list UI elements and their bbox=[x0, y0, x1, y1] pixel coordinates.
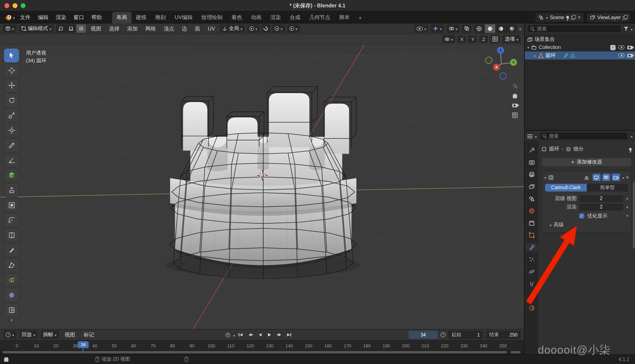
tab-object-data[interactable] bbox=[526, 291, 537, 301]
toggle-render[interactable] bbox=[612, 174, 620, 181]
menu-add[interactable]: 添加 bbox=[124, 25, 140, 32]
breadcrumb-modifier[interactable]: 细分 bbox=[574, 146, 584, 152]
menu-window[interactable]: 窗口 bbox=[70, 13, 88, 22]
tool-move[interactable] bbox=[4, 78, 19, 92]
outliner-search-input[interactable]: 搜索 bbox=[527, 25, 621, 33]
timeline-scrollbar[interactable] bbox=[0, 350, 524, 354]
mode-selector[interactable]: 编辑模式 bbox=[18, 24, 54, 33]
object-visibility-selector[interactable] bbox=[414, 24, 429, 33]
transform-orientation-selector[interactable]: 全局 bbox=[220, 24, 245, 33]
menu-uv[interactable]: UV bbox=[205, 26, 218, 32]
menu-vertex[interactable]: 顶点 bbox=[161, 25, 177, 32]
jump-to-end-button[interactable] bbox=[285, 331, 294, 339]
outliner-row-collection[interactable]: Collection bbox=[525, 43, 635, 52]
pivot-point-selector[interactable] bbox=[247, 24, 260, 33]
mirror-x-toggle[interactable]: X bbox=[457, 35, 466, 43]
editor-type-button[interactable] bbox=[3, 24, 16, 33]
toggle-realtime[interactable] bbox=[602, 174, 610, 181]
timeline-markers-menu[interactable]: 标记 bbox=[81, 331, 97, 338]
panel-expand-icon[interactable] bbox=[544, 174, 546, 180]
material-preview-button[interactable] bbox=[496, 24, 506, 33]
menu-mesh[interactable]: 网格 bbox=[142, 25, 159, 32]
workspace-tab-rendering[interactable]: 渲染 bbox=[266, 12, 285, 23]
xray-toggle[interactable] bbox=[462, 24, 472, 33]
perspective-toggle-icon[interactable] bbox=[512, 112, 518, 118]
solid-shading-button[interactable] bbox=[485, 24, 495, 33]
face-select-button[interactable] bbox=[76, 24, 86, 33]
play-reverse-button[interactable] bbox=[256, 331, 264, 339]
unlink-scene-icon[interactable] bbox=[578, 14, 581, 20]
hide-eye-icon[interactable] bbox=[618, 45, 624, 49]
workspace-tab-geometry-nodes[interactable]: 几何节点 bbox=[305, 12, 335, 23]
chevron-down-icon[interactable] bbox=[631, 133, 633, 139]
auto-keying-button[interactable] bbox=[224, 331, 232, 339]
tab-physics[interactable] bbox=[526, 267, 537, 276]
timeline-editor-type-button[interactable] bbox=[3, 330, 16, 339]
tab-scene[interactable] bbox=[526, 194, 537, 204]
workspace-tab-scripting[interactable]: 脚本 bbox=[335, 12, 354, 23]
snap-options-button[interactable] bbox=[490, 35, 500, 44]
properties-editor-icon[interactable] bbox=[527, 134, 532, 138]
tool-select-box[interactable] bbox=[4, 48, 19, 62]
tool-measure[interactable] bbox=[4, 154, 19, 167]
menu-render[interactable]: 渲染 bbox=[52, 13, 70, 22]
snap-toggle[interactable] bbox=[262, 24, 270, 33]
frame-end-field[interactable]: 结束250 bbox=[486, 330, 521, 339]
mirror-y-toggle[interactable]: Y bbox=[468, 35, 477, 43]
tool-options-dropdown[interactable]: 选项 bbox=[502, 35, 521, 44]
exclude-checkbox[interactable] bbox=[610, 45, 616, 50]
advanced-section-toggle[interactable]: 高级 bbox=[544, 220, 629, 229]
chevron-down-icon[interactable] bbox=[535, 133, 537, 139]
add-workspace-button[interactable]: + bbox=[354, 13, 366, 23]
proportional-edit-toggle[interactable] bbox=[287, 24, 300, 33]
shading-options-chevron[interactable] bbox=[519, 26, 521, 32]
hide-eye-icon[interactable] bbox=[618, 54, 624, 58]
snap-target-selector[interactable] bbox=[272, 24, 285, 33]
timeline-view-menu[interactable]: 视图 bbox=[62, 331, 78, 338]
current-frame-field[interactable]: 34 bbox=[409, 330, 438, 339]
mirror-selector[interactable] bbox=[442, 35, 456, 44]
workspace-tab-uv-editing[interactable]: UV编辑 bbox=[170, 12, 197, 23]
viewport-3d[interactable]: X Y Z 选项 bbox=[0, 34, 524, 329]
workspace-tab-compositing[interactable]: 合成 bbox=[285, 12, 305, 23]
tab-modifiers[interactable] bbox=[526, 242, 537, 252]
catmull-clark-tab[interactable]: Catmull-Clark bbox=[545, 184, 587, 192]
tool-annotate[interactable] bbox=[4, 138, 19, 152]
close-window-button[interactable] bbox=[4, 3, 9, 8]
workspace-tab-sculpting[interactable]: 雕刻 bbox=[151, 12, 170, 23]
tab-world[interactable] bbox=[526, 206, 537, 216]
zoom-view-icon[interactable] bbox=[512, 83, 518, 88]
zoom-window-button[interactable] bbox=[20, 3, 26, 8]
disable-render-icon[interactable] bbox=[627, 54, 632, 57]
toggle-edit-mode[interactable] bbox=[592, 174, 600, 181]
tool-transform[interactable] bbox=[4, 124, 19, 137]
menu-face[interactable]: 面 bbox=[192, 25, 203, 32]
playback-menu[interactable]: 回放 bbox=[19, 330, 38, 339]
scrollbar-zoom-handle[interactable] bbox=[510, 351, 521, 354]
menu-edge[interactable]: 边 bbox=[179, 25, 190, 32]
tool-knife[interactable] bbox=[4, 243, 19, 257]
workspace-tab-texture-paint[interactable]: 纹理绘制 bbox=[197, 12, 227, 23]
outliner-row-object[interactable]: 圆环 bbox=[525, 52, 635, 60]
menu-help[interactable]: 帮助 bbox=[88, 13, 106, 22]
menu-select[interactable]: 选择 bbox=[106, 25, 122, 32]
new-scene-icon[interactable] bbox=[571, 15, 576, 19]
properties-scrollbar[interactable] bbox=[633, 182, 634, 248]
modifier-close-button[interactable] bbox=[626, 174, 629, 180]
tab-object[interactable] bbox=[526, 230, 537, 240]
expand-icon[interactable] bbox=[534, 53, 536, 58]
navigation-gizmo[interactable]: Z Y X bbox=[485, 47, 518, 80]
toggle-on-cage[interactable] bbox=[583, 174, 591, 181]
wireframe-shading-button[interactable] bbox=[474, 24, 484, 33]
pin-icon[interactable] bbox=[566, 16, 569, 19]
prev-keyframe-button[interactable] bbox=[246, 331, 255, 339]
expand-icon[interactable] bbox=[527, 44, 530, 50]
rendered-shading-button[interactable] bbox=[507, 24, 518, 33]
minimize-window-button[interactable] bbox=[12, 3, 18, 8]
play-button[interactable] bbox=[266, 331, 274, 339]
tool-smooth[interactable] bbox=[4, 288, 19, 302]
tab-view-layer[interactable] bbox=[526, 182, 537, 192]
tool-extrude-region[interactable] bbox=[4, 184, 19, 197]
tab-output[interactable] bbox=[526, 170, 537, 179]
viewlayer-selector[interactable]: ViewLayer bbox=[587, 13, 630, 22]
